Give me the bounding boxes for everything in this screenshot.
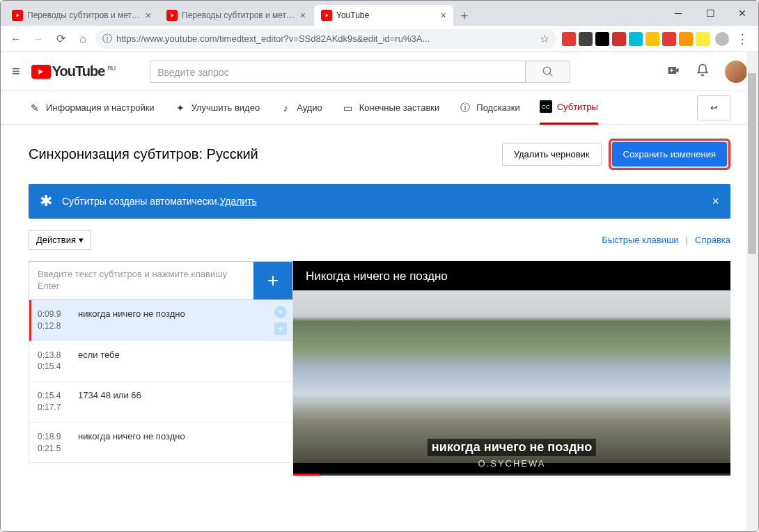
subtitle-times[interactable]: 0:15.4 0:17.7 bbox=[38, 390, 78, 414]
save-changes-button[interactable]: Сохранить изменения bbox=[612, 142, 728, 166]
help-links: Быстрые клавиши | Справка bbox=[602, 235, 730, 245]
logo-text: YouTube bbox=[52, 63, 105, 79]
subtitle-item[interactable]: 0:13.8 0:15.4 если тебе bbox=[29, 341, 292, 382]
back-button[interactable]: ← bbox=[6, 29, 26, 49]
banner-delete-link[interactable]: Удалить bbox=[219, 196, 256, 207]
note-icon: ♪ bbox=[279, 102, 292, 114]
tab-subtitles[interactable]: CCСубтитры bbox=[540, 91, 598, 125]
video-author: O.SYCHEWA bbox=[478, 458, 546, 469]
extension-icon[interactable] bbox=[629, 32, 643, 46]
tab-enhance[interactable]: ✦Улучшить видео bbox=[174, 91, 260, 125]
extension-icon[interactable] bbox=[696, 32, 710, 46]
help-link[interactable]: Справка bbox=[695, 235, 730, 245]
youtube-favicon-icon bbox=[321, 10, 332, 21]
home-button[interactable]: ⌂ bbox=[73, 29, 93, 49]
shortcuts-link[interactable]: Быстрые клавиши bbox=[602, 235, 678, 245]
subtitle-times[interactable]: 0:09.9 0:12.8 bbox=[38, 308, 78, 332]
pencil-icon: ✎ bbox=[29, 102, 41, 114]
editor-tabs: ✎Информация и настройки ✦Улучшить видео … bbox=[1, 91, 758, 125]
tab-title: Переводы субтитров и метадан bbox=[27, 10, 141, 20]
new-tab-button[interactable]: + bbox=[455, 6, 474, 26]
subtitle-text[interactable]: никогда ничего не поздно bbox=[78, 431, 284, 455]
extension-icon[interactable] bbox=[595, 32, 609, 46]
tab-audio[interactable]: ♪Аудио bbox=[279, 91, 322, 125]
browser-tab-active[interactable]: YouTube × bbox=[314, 5, 453, 26]
actions-dropdown[interactable]: Действия ▾ bbox=[29, 230, 91, 250]
maximize-button[interactable]: ☐ bbox=[694, 1, 726, 26]
insert-subtitle-icon[interactable]: + bbox=[274, 322, 287, 335]
page-title-row: Синхронизация субтитров: Русский Удалить… bbox=[1, 125, 758, 184]
youtube-header: ≡ YouTube RU Введите запрос bbox=[1, 52, 758, 91]
subtitle-text[interactable]: 1734 48 или 66 bbox=[78, 390, 284, 414]
svg-line-4 bbox=[549, 73, 552, 76]
banner-text: Субтитры созданы автоматически. bbox=[62, 196, 219, 207]
extension-icon[interactable] bbox=[662, 32, 676, 46]
endscreen-icon: ▭ bbox=[342, 102, 354, 114]
delete-draft-button[interactable]: Удалить черновик bbox=[502, 143, 602, 166]
video-progress[interactable] bbox=[293, 474, 730, 476]
extensions bbox=[559, 32, 712, 46]
cc-icon: CC bbox=[540, 100, 552, 113]
search-icon bbox=[542, 65, 554, 78]
search-input[interactable]: Введите запрос bbox=[150, 61, 526, 83]
youtube-favicon-icon bbox=[166, 10, 178, 21]
close-window-button[interactable]: ✕ bbox=[726, 1, 758, 26]
subtitle-text[interactable]: если тебе bbox=[78, 350, 284, 373]
subtitle-panel: Введите текст субтитров и нажмите клавиш… bbox=[29, 261, 293, 476]
address-bar: ← → ⟳ ⌂ ⓘ https://www.youtube.com/timedt… bbox=[1, 26, 758, 52]
browser-tab[interactable]: Переводы субтитров и метадан × bbox=[159, 5, 313, 26]
tab-endscreens[interactable]: ▭Конечные заставки bbox=[342, 91, 440, 125]
profile-icon[interactable] bbox=[715, 32, 729, 46]
tab-info[interactable]: ✎Информация и настройки bbox=[29, 91, 155, 125]
upload-icon[interactable] bbox=[666, 63, 680, 80]
scrollbar[interactable] bbox=[746, 52, 758, 531]
video-preview[interactable]: Никогда ничего не поздно никогда ничего … bbox=[293, 261, 730, 476]
banner-close-button[interactable]: × bbox=[712, 194, 719, 209]
forward-button[interactable]: → bbox=[29, 29, 48, 49]
menu-button[interactable]: ⋮ bbox=[732, 31, 753, 47]
avatar[interactable] bbox=[725, 61, 747, 83]
subtitle-times[interactable]: 0:18.9 0:21.5 bbox=[38, 431, 78, 455]
remove-subtitle-icon[interactable]: × bbox=[274, 306, 287, 318]
scrollbar-thumb[interactable] bbox=[748, 73, 756, 254]
search-form: Введите запрос bbox=[150, 61, 570, 83]
site-info-icon[interactable]: ⓘ bbox=[102, 33, 112, 45]
extension-icon[interactable] bbox=[645, 32, 659, 46]
subtitle-item[interactable]: 0:18.9 0:21.5 никогда ничего не поздно bbox=[29, 423, 292, 463]
hamburger-icon[interactable]: ≡ bbox=[12, 63, 31, 79]
video-frame bbox=[293, 290, 730, 463]
header-actions bbox=[666, 61, 747, 83]
search-button[interactable] bbox=[526, 61, 570, 83]
tab-cards[interactable]: ⓘПодсказки bbox=[459, 91, 519, 125]
url-text: https://www.youtube.com/timedtext_editor… bbox=[116, 33, 430, 44]
close-icon[interactable]: × bbox=[146, 10, 151, 21]
extension-icon[interactable] bbox=[679, 32, 693, 46]
subtitle-text[interactable]: никогда ничего не поздно bbox=[78, 308, 284, 332]
reload-button[interactable]: ⟳ bbox=[51, 29, 70, 49]
extension-icon[interactable] bbox=[612, 32, 626, 46]
region-label: RU bbox=[107, 65, 115, 72]
browser-tab-strip: Переводы субтитров и метадан × Переводы … bbox=[1, 1, 758, 26]
subtitle-input-row: Введите текст субтитров и нажмите клавиш… bbox=[29, 261, 293, 300]
video-title: Никогда ничего не поздно bbox=[293, 261, 730, 292]
browser-tab[interactable]: Переводы субтитров и метадан × bbox=[5, 5, 158, 26]
subtitle-times[interactable]: 0:13.8 0:15.4 bbox=[38, 350, 78, 373]
close-icon[interactable]: × bbox=[441, 10, 446, 21]
bookmark-icon[interactable]: ☆ bbox=[540, 32, 549, 45]
subtitle-item[interactable]: 0:15.4 0:17.7 1734 48 или 66 bbox=[29, 382, 292, 423]
extension-icon[interactable] bbox=[562, 32, 576, 46]
subtitle-item[interactable]: 0:09.9 0:12.8 никогда ничего не поздно ×… bbox=[29, 300, 292, 341]
return-button[interactable]: ↩ bbox=[697, 95, 730, 120]
wand-icon: ✦ bbox=[174, 102, 187, 114]
youtube-logo[interactable]: YouTube RU bbox=[31, 63, 116, 79]
notifications-icon[interactable] bbox=[696, 63, 710, 80]
close-icon[interactable]: × bbox=[300, 10, 306, 21]
url-field[interactable]: ⓘ https://www.youtube.com/timedtext_edit… bbox=[95, 29, 556, 49]
save-highlight: Сохранить изменения bbox=[609, 139, 731, 170]
minimize-button[interactable]: ─ bbox=[662, 1, 694, 26]
subtitle-text-input[interactable]: Введите текст субтитров и нажмите клавиш… bbox=[29, 262, 253, 299]
svg-point-3 bbox=[543, 67, 551, 75]
youtube-favicon-icon bbox=[12, 10, 23, 21]
extension-icon[interactable] bbox=[579, 32, 593, 46]
add-subtitle-button[interactable]: + bbox=[253, 262, 292, 299]
